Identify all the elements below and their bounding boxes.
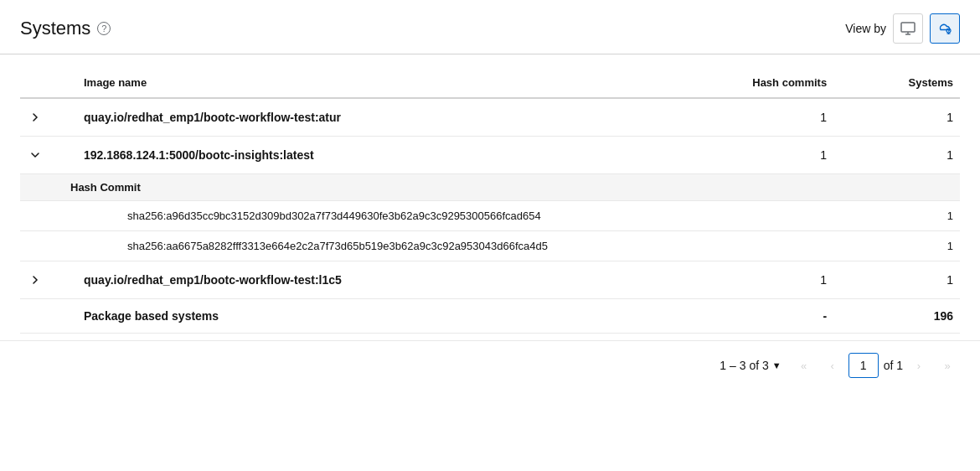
sub-systems-cell: 1 [877,231,960,261]
package-hash-cell: - [704,299,877,334]
expand-button[interactable] [27,109,44,126]
expand-button[interactable] [27,272,44,288]
svg-rect-0 [901,23,915,32]
hash-commits-cell: 1 [704,137,877,174]
sub-header-label: Hash Commit [20,174,960,201]
last-page-button[interactable]: » [935,353,960,378]
hash-commits-cell: 1 [704,98,877,137]
table-container: Image name Hash commits Systems quay.io/… [0,54,980,334]
first-page-icon: « [801,360,807,372]
systems-table: Image name Hash commits Systems quay.io/… [20,68,960,334]
prev-page-icon: ‹ [830,360,833,372]
next-page-button[interactable]: › [906,353,931,378]
image-name-header: Image name [77,68,704,98]
monitor-icon [900,21,916,36]
expand-button[interactable] [27,147,44,163]
page-title: Systems [20,18,90,39]
hash-value: sha256:a96d35cc9bc3152d309bd302a7f73d449… [77,201,704,231]
monitor-view-button[interactable] [893,13,923,44]
systems-cell: 1 [877,261,960,299]
package-name-cell: Package based systems [77,299,704,334]
view-by-group: View by [845,13,960,44]
range-label: 1 – 3 of 3 [720,359,768,372]
hash-row: sha256:a96d35cc9bc3152d309bd302a7f73d449… [20,201,960,231]
image-name-cell: quay.io/redhat_emp1/bootc-workflow-test:… [77,261,704,299]
page-count: 1 – 3 of 3 ▼ [720,359,781,372]
page-input-group: of 1 [848,353,903,378]
view-by-label: View by [845,22,886,35]
table-row: quay.io/redhat_emp1/bootc-workflow-test:… [20,261,960,299]
sub-systems-cell: 1 [877,201,960,231]
table-row: quay.io/redhat_emp1/bootc-workflow-test:… [20,98,960,137]
systems-cell: 1 [877,98,960,137]
cloud-view-button[interactable] [930,13,960,44]
page-title-group: Systems ? [20,18,111,39]
page-number-input[interactable] [848,353,879,378]
systems-cell: 1 [877,137,960,174]
image-name: quay.io/redhat_emp1/bootc-workflow-test:… [84,111,341,124]
hash-commits-header: Hash commits [704,68,877,98]
image-name-cell: 192.1868.124.1:5000/bootc-insights:lates… [77,137,704,174]
range-dropdown-arrow[interactable]: ▼ [772,360,781,370]
package-systems-cell: 196 [877,299,960,334]
help-icon[interactable]: ? [97,22,111,35]
hash-row: sha256:aa6675a8282fff3313e664e2c2a7f73d6… [20,231,960,261]
expand-col-header [20,68,77,98]
page-header: Systems ? View by [0,0,980,54]
next-page-icon: › [917,360,921,372]
image-name: quay.io/redhat_emp1/bootc-workflow-test:… [84,273,342,287]
sub-header-row: Hash Commit [20,174,960,201]
table-row: 192.1868.124.1:5000/bootc-insights:lates… [20,137,960,174]
package-row: Package based systems-196 [20,299,960,334]
image-name-cell: quay.io/redhat_emp1/bootc-workflow-test:… [77,98,704,137]
image-name: 192.1868.124.1:5000/bootc-insights:lates… [84,148,314,162]
hash-value: sha256:aa6675a8282fff3313e664e2c2a7f73d6… [77,231,704,261]
systems-header: Systems [877,68,960,98]
prev-page-button[interactable]: ‹ [820,353,845,378]
cloud-icon [937,21,952,36]
hash-commits-cell: 1 [704,261,877,299]
table-header-row: Image name Hash commits Systems [20,68,960,98]
pagination-bar: 1 – 3 of 3 ▼ « ‹ of 1 › » [0,340,980,390]
first-page-button[interactable]: « [792,353,817,378]
of-label: of 1 [884,359,903,372]
last-page-icon: » [944,360,950,372]
